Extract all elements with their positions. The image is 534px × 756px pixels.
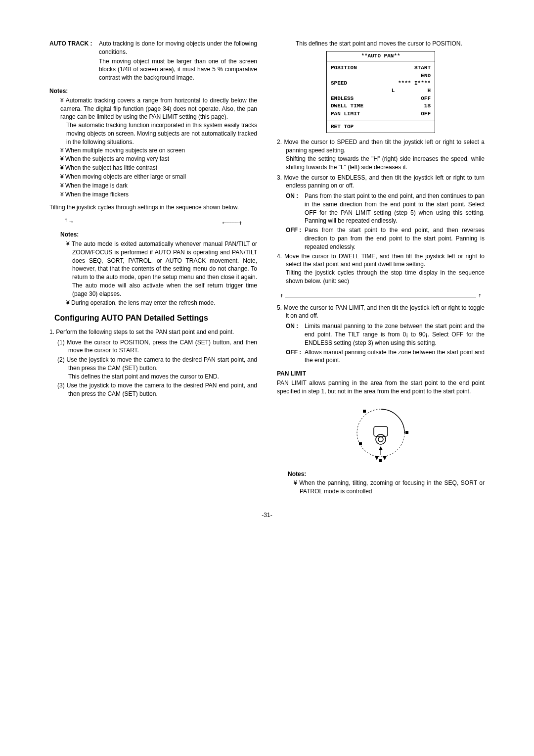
step-5: 5. Move the cursor to PAN LIMIT, and the… [277, 304, 485, 321]
heading-auto-pan: Configuring AUTO PAN Detailed Settings [49, 313, 257, 324]
notes-label-3: Notes: [277, 470, 485, 478]
bullet-5: ¥ When the image is dark [60, 182, 257, 190]
s3-on-body: Pans from the start point to the end poi… [305, 192, 485, 225]
step-2b: Shifting the setting towards the "H" (ri… [286, 155, 485, 172]
page-number: -31- [49, 511, 485, 520]
menu-lh: L H [392, 87, 431, 94]
s3-off-body: Pans from the start point to the end poi… [305, 226, 485, 251]
pan-limit-heading: PAN LIMIT [277, 370, 485, 378]
note1-p2: The automatic tracking function incorpor… [60, 121, 257, 146]
s5-off-body: Allows manual panning outside the zone b… [305, 348, 485, 365]
notes-label-2: Notes: [49, 231, 257, 239]
menu-dwell-v: 1S [424, 102, 431, 110]
menu-position: POSITION [331, 64, 357, 72]
menu-speed-v: **** I**** [398, 80, 431, 87]
auto-track-label: AUTO TRACK : [49, 40, 99, 83]
arrow-left-up-icon [222, 219, 242, 223]
bullet-1: ¥ When multiple moving subjects are on s… [60, 146, 257, 155]
step-4-text: 4. Move the cursor to DWELL TIME, and th… [277, 253, 485, 268]
step-2: 2. Move the cursor to SPEED and then til… [277, 138, 485, 171]
sequence-arrows [49, 215, 257, 227]
pan-limit-diagram [341, 401, 420, 465]
bullet-4: ¥ When moving objects are either large o… [60, 173, 257, 181]
s5-on-body: Limits manual panning to the zone betwee… [305, 322, 485, 347]
s5-on-label: ON : [286, 322, 305, 347]
step-3: 3. Move the cursor to ENDLESS, and then … [277, 174, 485, 190]
step-1-3: (3) Use the joystick to move the camera … [57, 381, 257, 398]
arrow-up-icon-right: ↑ [478, 291, 482, 300]
menu-endless: ENDLESS [331, 95, 354, 102]
menu-endless-v: OFF [421, 95, 431, 102]
menu-title: **AUTO PAN** [327, 51, 435, 61]
svg-rect-9 [405, 431, 408, 434]
menu-end: END [421, 72, 431, 80]
bullet-6: ¥ When the image flickers [60, 190, 257, 199]
step-2-text: 2. Move the cursor to SPEED and then til… [277, 139, 485, 154]
menu-dwell: DWELL TIME [331, 102, 363, 110]
arrow-up-icon-left: ↑ [280, 291, 283, 300]
tilt-para: Tilting the joystick cycles through sett… [49, 203, 257, 212]
menu-panlimit: PAN LIMIT [331, 110, 360, 118]
step-1-2b: This defines the start point and moves t… [68, 373, 257, 381]
step-4b: Tilting the joystick cycles through the … [286, 269, 485, 285]
step-1: 1. Perform the following steps to set th… [49, 328, 257, 336]
svg-point-3 [378, 437, 383, 442]
svg-marker-7 [383, 456, 387, 460]
note3-b1: ¥ When the panning, tilting, zooming or … [294, 479, 485, 496]
menu-panlimit-v: OFF [421, 110, 431, 118]
svg-marker-5 [379, 446, 383, 450]
svg-rect-10 [359, 442, 362, 445]
sequence-long: ↑ ↑ [277, 287, 485, 304]
bullet-2: ¥ When the subjects are moving very fast [60, 155, 257, 163]
svg-marker-6 [375, 456, 379, 460]
menu-position-v: START [414, 64, 431, 72]
bullet-3: ¥ When the subject has little contrast [60, 164, 257, 172]
top-para: This defines the start point and moves t… [277, 40, 485, 48]
notes-label-1: Notes: [49, 87, 257, 95]
s3-on-label: ON : [286, 192, 305, 225]
pan-limit-para: PAN LIMIT allows panning in the area fro… [277, 379, 485, 396]
auto-track-desc1: Auto tracking is done for moving objects… [99, 40, 257, 56]
note2-b1: ¥ The auto mode is exited automatically … [66, 240, 257, 298]
step-1-1: (1) Move the cursor to POSITION, press t… [57, 338, 257, 355]
svg-rect-8 [363, 410, 366, 413]
s3-off-label: OFF : [286, 226, 305, 251]
step-1-2: (2) Use the joystick to move the camera … [57, 356, 257, 380]
note2-b2: ¥ During operation, the lens may enter t… [66, 299, 257, 307]
auto-pan-menu: **AUTO PAN** POSITIONSTART END SPEED****… [326, 51, 435, 134]
note1-p1-text: Automatic tracking covers a range from h… [60, 97, 257, 121]
menu-ret: RET TOP [327, 121, 435, 133]
svg-rect-11 [379, 459, 382, 462]
s5-off-label: OFF : [286, 348, 305, 365]
note1-p1: ¥ Automatic tracking covers a range from… [60, 96, 257, 121]
auto-track-desc2: The moving object must be larger than on… [99, 57, 257, 82]
menu-speed: SPEED [331, 80, 347, 87]
svg-point-2 [376, 434, 386, 444]
svg-rect-1 [374, 426, 388, 436]
step-4: 4. Move the cursor to DWELL TIME, and th… [277, 252, 485, 285]
step-1-2-text: (2) Use the joystick to move the camera … [57, 356, 257, 372]
